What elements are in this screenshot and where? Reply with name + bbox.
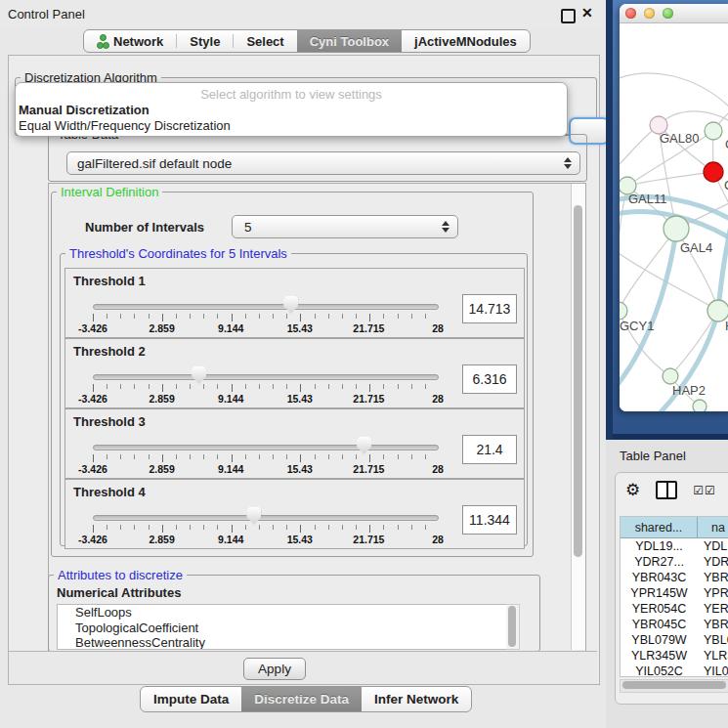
threshold-value-field[interactable]: 21.4 xyxy=(462,435,517,464)
table-row[interactable]: YIL052CYIL0 xyxy=(621,664,728,677)
tab-infer-network[interactable]: Infer Network xyxy=(362,687,471,711)
table-cell[interactable]: YLR3 xyxy=(698,648,728,664)
table-cell[interactable]: YPR145W xyxy=(621,585,698,601)
popup-item-equal-width-frequency[interactable]: Equal Width/Frequency Discretization xyxy=(19,118,231,133)
popup-hint: Select algorithm to view settings xyxy=(16,87,567,102)
tab-discretize-data[interactable]: Discretize Data xyxy=(241,687,362,711)
number-of-intervals-spinner[interactable]: 5 xyxy=(232,215,458,238)
network-edge[interactable] xyxy=(627,172,713,186)
table-row[interactable]: YBR045CYBR0 xyxy=(621,617,728,632)
table-cell[interactable]: YDR2 xyxy=(698,554,728,570)
tab-jactivemnodules[interactable]: jActiveMNodules xyxy=(402,30,530,52)
column-header-shared[interactable]: shared... xyxy=(621,517,698,538)
scrollbar-thumb[interactable] xyxy=(574,205,582,557)
numerical-attributes-list[interactable]: SelfLoopsTopologicalCoefficientBetweenne… xyxy=(57,604,508,650)
network-window-titlebar[interactable] xyxy=(620,4,728,23)
tick-label: 28 xyxy=(432,393,444,405)
table-cell[interactable]: YIL052C xyxy=(621,664,698,677)
table-row[interactable]: YBR043CYBR0 xyxy=(621,570,728,585)
columns-icon[interactable] xyxy=(656,481,677,499)
slider-track[interactable] xyxy=(93,304,439,310)
table-cell[interactable]: YIL0 xyxy=(698,664,728,677)
table-row[interactable]: YBL079WYBL0 xyxy=(621,632,728,648)
vertical-scrollbar[interactable] xyxy=(571,184,585,650)
traffic-light-minimize-icon[interactable] xyxy=(644,8,655,19)
traffic-light-zoom-icon[interactable] xyxy=(663,8,673,19)
table-cell[interactable]: YBR045C xyxy=(621,617,698,632)
network-edge[interactable] xyxy=(620,186,627,311)
column-header-name[interactable]: na xyxy=(698,517,728,538)
table-cell[interactable]: YBR0 xyxy=(698,617,728,632)
node-table[interactable]: shared... na YDL19...YDL1YDR27...YDR2YBR… xyxy=(620,516,728,677)
slider-thumb[interactable] xyxy=(357,437,371,454)
network-node[interactable] xyxy=(693,400,707,411)
table-data-combobox[interactable]: galFiltered.sif default node xyxy=(66,151,580,175)
threshold-value-field[interactable]: 11.344 xyxy=(462,505,517,535)
slider-tick-labels: -3.4262.8599.14415.4321.71528 xyxy=(93,463,438,475)
tick-label: 15.43 xyxy=(287,534,313,545)
network-edge[interactable] xyxy=(620,248,718,311)
network-node[interactable] xyxy=(704,162,723,182)
slider-track[interactable] xyxy=(93,445,439,450)
table-cell[interactable]: YBL0 xyxy=(698,632,728,648)
table-panel-card: ⚙ ☑☑ shared... na YDL19...YDL1YDR27...YD… xyxy=(615,472,728,705)
table-cell[interactable]: YBL079W xyxy=(621,632,698,648)
tab-select[interactable]: Select xyxy=(234,30,296,52)
scrollbar-thumb[interactable] xyxy=(508,606,516,647)
table-cell[interactable]: YER054C xyxy=(621,601,698,617)
network-edge[interactable] xyxy=(620,73,728,107)
close-icon[interactable]: ✕ xyxy=(581,5,593,21)
table-cell[interactable]: YPR1 xyxy=(698,585,728,601)
network-node[interactable] xyxy=(620,302,627,320)
table-row[interactable]: YPR145WYPR1 xyxy=(621,585,728,601)
table-row[interactable]: YDL19...YDL1 xyxy=(621,538,728,554)
table-row[interactable]: YER054CYER0 xyxy=(621,601,728,617)
float-window-icon[interactable] xyxy=(561,9,576,23)
gear-icon[interactable]: ⚙ xyxy=(625,482,640,498)
control-panel-titlebar: Control Panel ✕ xyxy=(0,0,602,27)
table-cell[interactable]: YDL19... xyxy=(621,538,698,554)
list-item[interactable]: SelfLoops xyxy=(58,605,507,621)
table-row[interactable]: YDR27...YDR2 xyxy=(621,554,728,570)
table-cell[interactable]: YDR27... xyxy=(621,554,698,570)
combo-stepper-icon[interactable] xyxy=(560,157,576,169)
panel-title: Control Panel xyxy=(8,7,85,21)
network-view-window[interactable]: GAL80GACGAL11GAL4GCY1HHAP2 xyxy=(620,4,728,411)
bottom-tab-group: Impute Data Discretize Data Infer Networ… xyxy=(140,686,472,712)
threshold-value-field[interactable]: 6.316 xyxy=(462,364,517,394)
tab-impute-data[interactable]: Impute Data xyxy=(141,687,241,711)
list-item[interactable]: TopologicalCoefficient xyxy=(58,621,507,636)
tab-network[interactable]: Network xyxy=(84,30,176,52)
scrollbar-thumb[interactable] xyxy=(622,681,726,689)
tab-cyni-toolbox[interactable]: Cyni Toolbox xyxy=(297,30,402,52)
threshold-value-field[interactable]: 14.713 xyxy=(462,294,517,323)
panel-divider[interactable] xyxy=(606,0,613,440)
traffic-light-close-icon[interactable] xyxy=(625,8,636,19)
spinner-stepper-icon[interactable] xyxy=(438,221,453,233)
network-node[interactable] xyxy=(705,122,722,140)
slider-thumb[interactable] xyxy=(246,507,261,525)
slider-thumb[interactable] xyxy=(192,366,206,384)
network-node[interactable] xyxy=(663,368,678,384)
slider-thumb[interactable] xyxy=(283,296,298,314)
tab-style[interactable]: Style xyxy=(177,30,233,52)
checkboxes-icon[interactable]: ☑☑ xyxy=(693,484,716,497)
table-cell[interactable]: YLR345W xyxy=(621,648,698,664)
table-cell[interactable]: YBR043C xyxy=(621,570,698,585)
table-cell[interactable]: YBR0 xyxy=(698,570,728,585)
network-canvas[interactable]: GAL80GACGAL11GAL4GCY1HHAP2 xyxy=(620,23,728,411)
slider-track[interactable] xyxy=(93,374,439,380)
horizontal-scrollbar[interactable] xyxy=(620,679,728,693)
network-thick-edge[interactable] xyxy=(620,231,676,387)
apply-button[interactable]: Apply xyxy=(243,658,306,680)
attributes-list-scrollbar[interactable] xyxy=(506,604,520,650)
table-header-row: shared... na xyxy=(621,517,728,538)
tick-label: 2.859 xyxy=(149,463,174,475)
table-cell[interactable]: YDL1 xyxy=(698,538,728,554)
slider-track[interactable] xyxy=(93,515,439,521)
table-cell[interactable]: YER0 xyxy=(698,601,728,617)
popup-item-manual-discretization[interactable]: Manual Discretization xyxy=(19,103,150,117)
list-item[interactable]: BetweennessCentrality xyxy=(58,635,507,650)
table-row[interactable]: YLR345WYLR3 xyxy=(621,648,728,664)
network-node[interactable] xyxy=(664,216,689,241)
